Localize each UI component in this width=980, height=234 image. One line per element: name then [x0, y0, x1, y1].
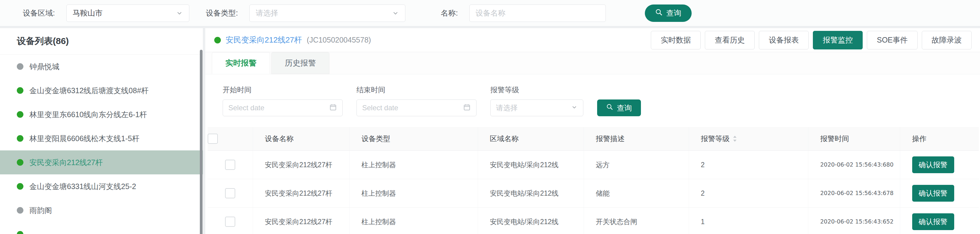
confirm-alarm-button[interactable]: 确认报警 [912, 185, 954, 202]
cell-alarm-time: 2020-06-02 15:56:43:678 [820, 189, 901, 198]
cell-alarm-level: 2 [689, 151, 808, 179]
sidebar-device-item[interactable]: 雨韵阁 [0, 198, 203, 222]
sidebar-device-label: 钟鼎悦城 [29, 62, 59, 72]
cell-alarm-desc: 储能 [584, 179, 689, 208]
col-header-alarm-desc: 报警描述 [584, 127, 689, 151]
end-time-group: 结束时间 Select date [356, 85, 477, 116]
device-status-dot [17, 231, 24, 234]
alarm-level-select[interactable]: 请选择 [490, 100, 583, 116]
cell-device-type: 柱上控制器 [349, 151, 478, 179]
device-action-button[interactable]: 查看历史 [705, 31, 755, 49]
end-time-label: 结束时间 [356, 85, 477, 95]
sidebar-device-item[interactable]: 金山变金塘6331线山河支线25-2 [0, 174, 203, 198]
col-header-alarm-level: 报警等级 [701, 134, 730, 144]
top-search-label: 查询 [667, 8, 681, 18]
end-date-placeholder: Select date [362, 104, 398, 112]
device-action-button[interactable]: 实时数据 [651, 31, 701, 49]
top-filter-bar: 设备区域: 马鞍山市 设备类型: 请选择 名称: 设备名称 查询 [0, 0, 980, 26]
alarm-tab[interactable]: 历史报警 [271, 52, 329, 74]
cell-alarm-time: 2020-06-02 15:56:43:652 [820, 217, 901, 226]
calendar-icon [329, 103, 337, 112]
select-all-checkbox[interactable] [208, 134, 218, 144]
col-header-device-name: 设备名称 [253, 127, 349, 151]
row-checkbox[interactable] [225, 188, 235, 198]
device-type-select[interactable]: 请选择 [249, 5, 406, 22]
device-type-label: 设备类型: [206, 8, 238, 18]
confirm-alarm-button[interactable]: 确认报警 [912, 157, 954, 173]
row-checkbox[interactable] [225, 160, 235, 170]
cell-alarm-desc: 开关状态合闸 [584, 208, 689, 234]
confirm-alarm-label: 确认报警 [919, 161, 948, 169]
table-header-row: 设备名称 设备类型 区域名称 报警描述 报警等级 报警时间 操作 [208, 127, 979, 151]
alarm-tab[interactable]: 实时报警 [212, 52, 270, 74]
cell-alarm-desc: 远方 [584, 151, 689, 179]
row-checkbox[interactable] [225, 217, 235, 227]
device-status-dot [214, 37, 221, 43]
sidebar-device-item[interactable] [0, 222, 203, 234]
sidebar-device-label: 雨韵阁 [29, 206, 52, 215]
end-date-input[interactable]: Select date [356, 100, 477, 116]
device-action-bar: 实时数据 查看历史 设备报表 报警监控 SOE事件 故障录波 [647, 31, 972, 49]
device-list-sidebar: 设备列表(86) 钟鼎悦城 金山变金塘6312线后塘渡支线08#杆 林里变里东6… [0, 28, 203, 234]
device-region-select[interactable]: 马鞍山市 [66, 5, 189, 22]
alarm-filters: 开始时间 Select date 结束时间 Select date [205, 74, 980, 116]
device-header: 安民变采向212线27杆 (JC105020045578) 实时数据 查看历史 … [205, 28, 980, 52]
start-date-input[interactable]: Select date [223, 100, 343, 116]
cell-device-name: 安民变采向212线27杆 [253, 151, 349, 179]
cell-device-type: 柱上控制器 [349, 208, 478, 234]
confirm-alarm-button[interactable]: 确认报警 [912, 213, 954, 230]
cell-alarm-level: 2 [689, 179, 808, 208]
device-title-link[interactable]: 安民变采向212线27杆 [226, 35, 302, 45]
confirm-alarm-label: 确认报警 [919, 189, 948, 197]
device-name-input[interactable]: 设备名称 [469, 5, 606, 22]
sidebar-device-item[interactable]: 林里变里东6610线向东分线左6-1杆 [0, 103, 203, 126]
col-header-alarm-time: 报警时间 [808, 127, 900, 151]
device-status-dot [17, 63, 24, 70]
col-header-operation: 操作 [900, 127, 979, 151]
device-status-dot [17, 111, 24, 118]
filter-search-button[interactable]: 查询 [597, 100, 641, 116]
sidebar-scrollbar[interactable] [200, 50, 202, 234]
alarm-level-group: 报警等级 请选择 [490, 85, 583, 116]
chevron-down-icon [571, 104, 578, 112]
cell-region-name: 安民变电站/采向212线 [478, 151, 584, 179]
sidebar-device-item[interactable]: 金山变金塘6312线后塘渡支线08#杆 [0, 79, 203, 103]
sidebar-device-label: 金山变金塘6331线山河支线25-2 [29, 182, 136, 191]
alarm-panel: 实时报警 历史报警 开始时间 Select date 结束时间 Select d… [205, 52, 980, 234]
device-action-button[interactable]: 报警监控 [813, 31, 863, 49]
device-name-placeholder: 设备名称 [476, 8, 506, 18]
device-list-title: 设备列表(86) [0, 28, 203, 55]
sort-icon[interactable] [733, 136, 737, 142]
col-header-region-name: 区域名称 [478, 127, 584, 151]
filter-search-label: 查询 [617, 103, 632, 113]
alarm-level-label: 报警等级 [490, 85, 583, 95]
device-list: 钟鼎悦城 金山变金塘6312线后塘渡支线08#杆 林里变里东6610线向东分线左… [0, 55, 203, 234]
alarm-level-placeholder: 请选择 [496, 103, 518, 113]
device-name-label: 名称: [441, 8, 458, 18]
alarm-table-row: 安民变采向212线27杆 柱上控制器 安民变电站/采向212线 远方 2 202… [208, 151, 979, 179]
device-action-button[interactable]: 设备报表 [759, 31, 809, 49]
alarm-table: 设备名称 设备类型 区域名称 报警描述 报警等级 报警时间 操作 [208, 127, 979, 234]
sidebar-device-item[interactable]: 安民变采向212线27杆 [0, 150, 203, 174]
search-icon [655, 8, 663, 18]
sidebar-device-item[interactable]: 钟鼎悦城 [0, 55, 203, 79]
alarm-table-row: 安民变采向212线27杆 柱上控制器 安民变电站/采向212线 储能 2 202… [208, 179, 979, 208]
start-date-placeholder: Select date [228, 104, 264, 112]
device-status-dot [17, 135, 24, 142]
cell-region-name: 安民变电站/采向212线 [478, 179, 584, 208]
search-icon [606, 103, 613, 112]
confirm-alarm-label: 确认报警 [919, 218, 948, 226]
device-status-dot [17, 207, 24, 213]
device-status-dot [17, 87, 24, 94]
cell-device-type: 柱上控制器 [349, 179, 478, 208]
sidebar-device-item[interactable]: 林里变阳晨6606线松木支线1-5杆 [0, 126, 203, 150]
calendar-icon [463, 103, 471, 112]
device-code: (JC105020045578) [307, 36, 371, 44]
chevron-down-icon [176, 9, 183, 17]
device-type-placeholder: 请选择 [256, 8, 278, 18]
chevron-down-icon [392, 9, 399, 17]
device-action-button[interactable]: 故障录波 [922, 31, 972, 49]
device-status-dot [17, 159, 24, 166]
device-action-button[interactable]: SOE事件 [867, 31, 918, 49]
top-search-button[interactable]: 查询 [645, 5, 692, 22]
